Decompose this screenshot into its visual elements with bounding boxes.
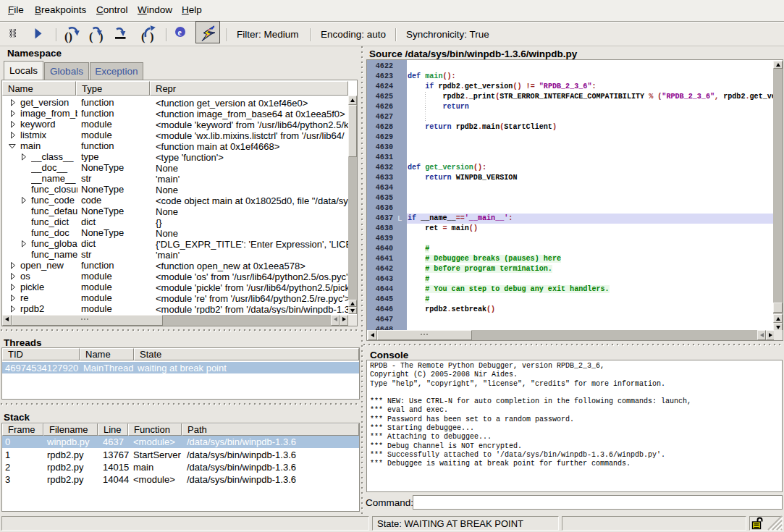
svg-text:(: (	[89, 30, 93, 43]
svg-text:e: e	[177, 28, 182, 38]
svg-text:): )	[150, 30, 154, 43]
svg-text:(): ()	[64, 30, 72, 43]
